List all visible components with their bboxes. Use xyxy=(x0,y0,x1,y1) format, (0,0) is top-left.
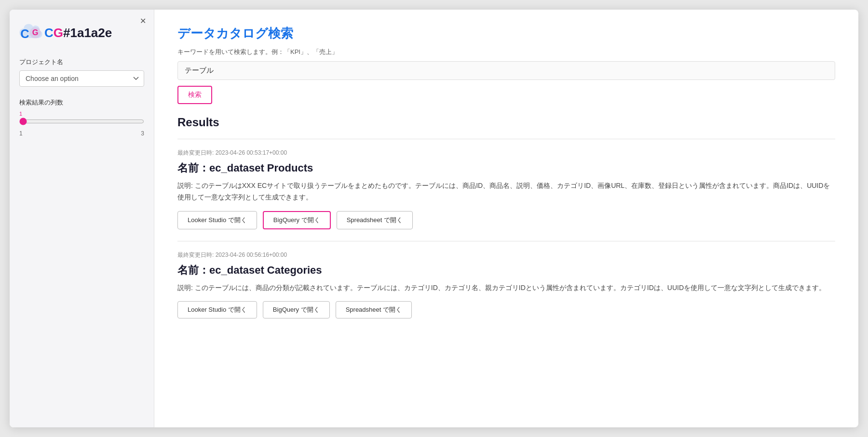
search-button[interactable]: 検索 xyxy=(177,86,212,104)
search-input[interactable] xyxy=(177,61,835,80)
search-hint: キーワードを用いて検索します。例：「KPI」、「売上」 xyxy=(177,48,835,56)
spreadsheet-btn-1[interactable]: Spreadsheet で開く xyxy=(337,211,413,229)
slider-value-label: 1 xyxy=(19,111,144,117)
bigquery-btn-1[interactable]: BigQuery で開く xyxy=(263,211,331,229)
results-columns-slider[interactable] xyxy=(19,118,144,125)
looker-studio-btn-2[interactable]: Looker Studio で開く xyxy=(177,301,257,318)
logo-area: C G CG#1a1a2e xyxy=(19,23,144,42)
result-name-1: 名前：ec_dataset Products xyxy=(177,161,835,175)
app-window: ✕ C G CG#1a1a2e プロジェクト名 Choose an option… xyxy=(10,10,858,427)
project-label: プロジェクト名 xyxy=(19,58,144,66)
results-title: Results xyxy=(177,116,835,129)
result-actions-1: Looker Studio で開く BigQuery で開く Spreadshe… xyxy=(177,211,835,229)
svg-text:G: G xyxy=(32,28,39,37)
result-description-1: 説明: このテーブルはXXX ECサイトで取り扱うテーブルをまとめたものです。テ… xyxy=(177,180,835,203)
result-actions-2: Looker Studio で開く BigQuery で開く Spreadshe… xyxy=(177,301,835,318)
page-title: データカタログ検索 xyxy=(177,25,835,42)
slider-min-label: 1 xyxy=(19,130,23,137)
logo-text: CG#1a1a2e xyxy=(44,26,112,40)
close-button[interactable]: ✕ xyxy=(140,17,146,25)
slider-max-label: 3 xyxy=(141,130,144,137)
slider-section: 検索結果の列数 1 1 3 xyxy=(19,98,144,137)
logo-icon: C G xyxy=(19,23,42,42)
looker-studio-btn-1[interactable]: Looker Studio で開く xyxy=(177,211,257,229)
svg-text:C: C xyxy=(20,27,29,40)
results-columns-label: 検索結果の列数 xyxy=(19,98,144,107)
result-name-2: 名前：ec_dataset Categories xyxy=(177,263,835,278)
result-card-1: 最終変更日時: 2023-04-26 00:53:17+00:00 名前：ec_… xyxy=(177,139,835,241)
result-timestamp-2: 最終変更日時: 2023-04-26 00:56:16+00:00 xyxy=(177,251,835,259)
main-content: データカタログ検索 キーワードを用いて検索します。例：「KPI」、「売上」 検索… xyxy=(154,10,858,427)
spreadsheet-btn-2[interactable]: Spreadsheet で開く xyxy=(336,301,412,318)
bigquery-btn-2[interactable]: BigQuery で開く xyxy=(263,301,330,318)
sidebar: ✕ C G CG#1a1a2e プロジェクト名 Choose an option… xyxy=(10,10,154,427)
result-timestamp-1: 最終変更日時: 2023-04-26 00:53:17+00:00 xyxy=(177,149,835,157)
result-description-2: 説明: このテーブルには、商品の分類が記載されています。テーブルには、カテゴリI… xyxy=(177,282,835,294)
project-select[interactable]: Choose an option xyxy=(19,70,144,87)
result-card-2: 最終変更日時: 2023-04-26 00:56:16+00:00 名前：ec_… xyxy=(177,241,835,331)
